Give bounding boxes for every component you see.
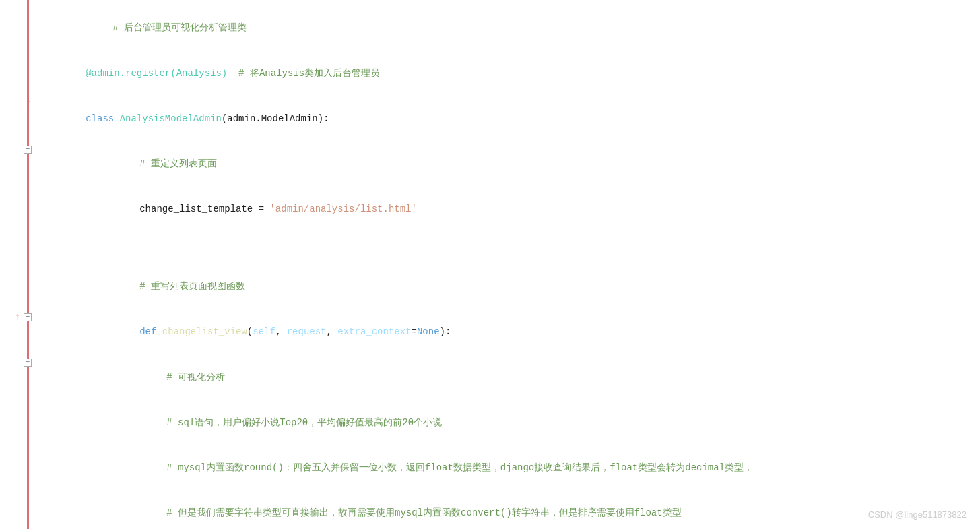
gutter-5 xyxy=(3,187,37,203)
gutter-8 xyxy=(3,264,37,280)
line-content-11: # sql语句，用户偏好小说Top20，平均偏好值最高的前20个小说 xyxy=(40,400,980,445)
line-content-12: # mysql内置函数round()：四舍五入并保留一位小数，返回float数据… xyxy=(40,445,980,491)
line-6 xyxy=(40,232,980,248)
comment-2: # 将Analysis类加入后台管理员 xyxy=(238,68,380,79)
watermark: CSDN @linge511873822 xyxy=(868,508,967,522)
gutter-11 xyxy=(3,400,37,416)
line-12: # mysql内置函数round()：四舍五入并保留一位小数，返回float数据… xyxy=(40,445,980,491)
line-9: ↑ − def changelist_view(self, request, e… xyxy=(40,309,980,354)
code-area: # 后台管理员可视化分析管理类 @admin.register(Analysis… xyxy=(0,0,980,529)
line-2: @admin.register(Analysis) # 将Analysis类加入… xyxy=(40,51,980,96)
gutter-4: − xyxy=(3,142,37,158)
line-content-10: # 可视化分析 xyxy=(40,354,980,400)
line-content-8: # 重写列表页面视图函数 xyxy=(40,264,980,309)
gutter-2 xyxy=(3,51,37,67)
gutter-7 xyxy=(3,248,37,264)
gutter-3: ↑ xyxy=(3,96,37,112)
class-name: AnalysisModelAdmin xyxy=(120,113,222,124)
line-1: # 后台管理员可视化分析管理类 xyxy=(40,5,980,51)
line-4: − # 重定义列表页面 xyxy=(40,142,980,187)
line-content-5: change_list_template = 'admin/analysis/l… xyxy=(40,187,980,232)
comment: # 后台管理员可视化分析管理类 xyxy=(112,22,247,33)
func-name: changelist_view xyxy=(162,326,247,337)
comment-13: # 但是我们需要字符串类型可直接输出，故再需要使用mysql内置函数conver… xyxy=(166,507,681,518)
string-5: 'admin/analysis/list.html' xyxy=(269,204,416,214)
gutter-10: − xyxy=(3,354,37,371)
comment-8: # 重写列表页面视图函数 xyxy=(139,281,245,292)
line-5: change_list_template = 'admin/analysis/l… xyxy=(40,187,980,232)
fold-icon-4[interactable]: − xyxy=(24,146,32,154)
gutter-6 xyxy=(3,232,37,248)
line-content-7 xyxy=(40,248,980,263)
line-11: # sql语句，用户偏好小说Top20，平均偏好值最高的前20个小说 xyxy=(40,400,980,445)
line-content-9: def changelist_view(self, request, extra… xyxy=(40,309,980,354)
keyword-def: def xyxy=(139,326,162,337)
comment-4: # 重定义列表页面 xyxy=(139,158,217,169)
line-content-1: # 后台管理员可视化分析管理类 xyxy=(40,5,980,51)
line-8: # 重写列表页面视图函数 xyxy=(40,264,980,309)
fold-icon-9[interactable]: − xyxy=(24,313,32,321)
line-content-6 xyxy=(40,232,980,247)
gutter-1 xyxy=(3,5,37,22)
line-10: − # 可视化分析 xyxy=(40,354,980,400)
gutter-9: ↑ − xyxy=(3,309,37,325)
line-3: ↑ class AnalysisModelAdmin(admin.ModelAd… xyxy=(40,96,980,141)
line-content-3: class AnalysisModelAdmin(admin.ModelAdmi… xyxy=(40,96,980,141)
line-content-2: @admin.register(Analysis) # 将Analysis类加入… xyxy=(40,51,980,96)
gutter-13 xyxy=(3,491,37,507)
comment-12: # mysql内置函数round()：四舍五入并保留一位小数，返回float数据… xyxy=(166,462,753,473)
keyword-class: class xyxy=(86,113,119,124)
line-content-4: # 重定义列表页面 xyxy=(40,142,980,187)
comment-10: # 可视化分析 xyxy=(166,372,225,383)
comment-11: # sql语句，用户偏好小说Top20，平均偏好值最高的前20个小说 xyxy=(166,417,442,428)
arrow-icon: ↑ xyxy=(25,98,32,109)
fold-icon-10[interactable]: − xyxy=(24,359,32,367)
decorator: @admin.register(Analysis) xyxy=(86,68,227,79)
gutter-12 xyxy=(3,445,37,462)
line-7 xyxy=(40,248,980,264)
code-editor: # 后台管理员可视化分析管理类 @admin.register(Analysis… xyxy=(0,0,980,529)
line-content-13: # 但是我们需要字符串类型可直接输出，故再需要使用mysql内置函数conver… xyxy=(40,491,980,529)
line-13: # 但是我们需要字符串类型可直接输出，故再需要使用mysql内置函数conver… xyxy=(40,491,980,529)
arrow-icon-9: ↑ xyxy=(14,312,21,323)
